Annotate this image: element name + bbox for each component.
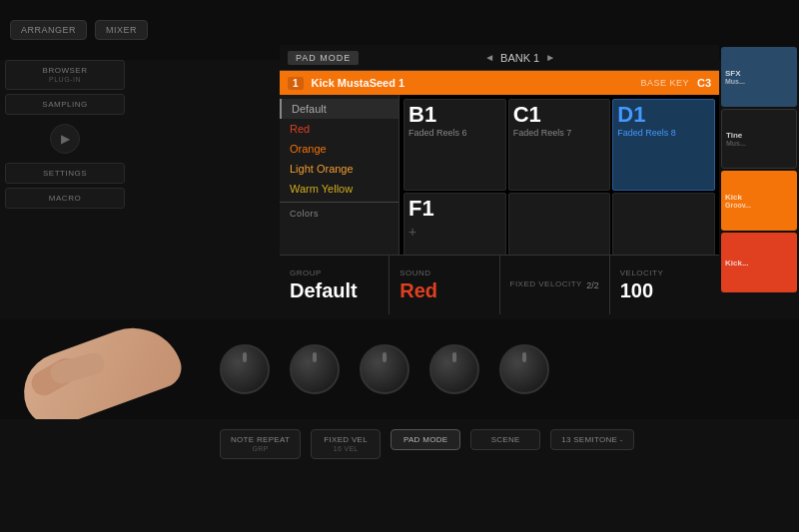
right-panel: SFX Mus... Tine Mus... Kick Groov... Kic… [719,45,799,314]
sfx-label: SFX [725,69,793,78]
menu-item-red[interactable]: Red [280,119,399,139]
pad-c1[interactable]: C1 Faded Reels 7 [508,99,611,191]
sfx-sublabel: Mus... [725,78,793,85]
kick2-label: Kick... [725,259,793,267]
bank-right-arrow[interactable]: ► [545,52,555,63]
base-key-value: C3 [697,77,711,89]
knob-3[interactable] [360,344,409,394]
bank-section: ◄ BANK 1 ► [484,52,555,64]
pad-plus-f1: + [408,224,501,240]
settings-button[interactable]: SETTINGS [5,163,125,184]
sound-label: SOUND [400,268,488,277]
right-btn-tine[interactable]: Tine Mus... [721,109,797,169]
kick-active-label: Kick [725,193,793,202]
knob-1[interactable] [220,344,270,394]
pad-sound-d1: Faded Reels 8 [617,128,710,138]
pad-mode-label: PAD MODE [288,51,359,65]
device-body: ARRANGER MIXER BROWSERPlug-In SAMPLING ▶… [0,0,799,532]
velocity-label: VELOCITY [620,268,709,277]
sound-section: SOUND Red [390,256,499,314]
pad-sound-b1: Faded Reels 6 [408,128,501,138]
semitone-button[interactable]: 13 Semitone - [550,429,634,450]
fixed-vel-button[interactable]: FIXED VEL16 Vel [311,429,381,459]
menu-divider [280,202,399,203]
velocity-section: VELOCITY 100 [610,256,719,314]
right-btn-kick2[interactable]: Kick... [721,233,797,292]
pad-sound-c1: Faded Reels 7 [513,128,606,138]
tine-sublabel: Mus... [726,140,792,147]
sampling-button[interactable]: SAMPLING [5,94,125,115]
track-name: Kick MustaSeed 1 [312,77,633,89]
knob-4[interactable] [429,344,479,394]
group-section: GROUP Default [280,256,390,314]
screen-header: PAD MODE ◄ BANK 1 ► [280,45,719,71]
pad-b1[interactable]: B1 Faded Reels 6 [403,99,506,191]
colors-section-label: Colors [280,206,399,222]
browser-button[interactable]: BROWSERPlug-In [5,60,125,90]
group-value: Default [290,279,379,302]
right-btn-kick-active[interactable]: Kick Groov... [721,171,797,231]
bottom-controls: NOTE REPEATGRP FIXED VEL16 Vel PAD MODE … [0,419,799,532]
pad-note-c1: C1 [513,104,606,126]
bank-label: BANK 1 [500,52,539,64]
nav-arrow-button[interactable]: ▶ [50,124,80,154]
left-controls: BROWSERPlug-In SAMPLING ▶ SETTINGS MACRO [0,55,130,214]
middle-controls [0,319,799,419]
menu-item-default[interactable]: Default [280,99,399,119]
pad-note-b1: B1 [408,104,501,126]
menu-item-orange[interactable]: Orange [280,139,399,159]
pad-mode-button[interactable]: PAD MODE [391,429,460,450]
fixed-velocity-label: Fixed Velocity [510,279,582,288]
group-label: GROUP [290,268,379,277]
arranger-button[interactable]: ARRANGER [10,20,87,40]
knob-5[interactable] [499,344,549,394]
screen: PAD MODE ◄ BANK 1 ► 1 Kick MustaSeed 1 B… [280,45,719,314]
kick-active-sublabel: Groov... [725,202,793,209]
menu-item-warm-yellow[interactable]: Warm Yellow [280,179,399,199]
track-number: 1 [288,77,304,90]
macro-button[interactable]: MACRO [5,188,125,209]
tine-label: Tine [726,131,792,140]
knob-2[interactable] [290,344,340,394]
right-btn-sfx[interactable]: SFX Mus... [721,47,797,107]
fixed-velocity-section: Fixed Velocity 2/2 [500,256,610,314]
screen-container: PAD MODE ◄ BANK 1 ► 1 Kick MustaSeed 1 B… [280,45,719,314]
scene-button[interactable]: SCENE [470,429,540,450]
pad-d1[interactable]: D1 Faded Reels 8 [612,99,715,191]
mixer-button[interactable]: MIXER [95,20,148,40]
bank-left-arrow[interactable]: ◄ [484,52,494,63]
base-key-label: BASE KEY [640,78,689,88]
hand-area [20,329,200,409]
pad-note-d1: D1 [617,104,710,126]
pad-note-f1: F1 [408,198,501,220]
track-row: 1 Kick MustaSeed 1 BASE KEY C3 [280,71,719,95]
note-repeat-sub: GRP [253,445,269,452]
note-repeat-button[interactable]: NOTE REPEATGRP [220,429,301,459]
page-number: 2/2 [586,280,599,290]
menu-item-light-orange[interactable]: Light Orange [280,159,399,179]
fixed-velocity-header: Fixed Velocity 2/2 [510,279,599,290]
fixed-vel-sub: 16 Vel [334,445,359,452]
screen-bottom-bar: GROUP Default SOUND Red Fixed Velocity 2… [280,255,719,314]
velocity-value: 100 [620,279,709,302]
sound-value: Red [400,279,488,302]
